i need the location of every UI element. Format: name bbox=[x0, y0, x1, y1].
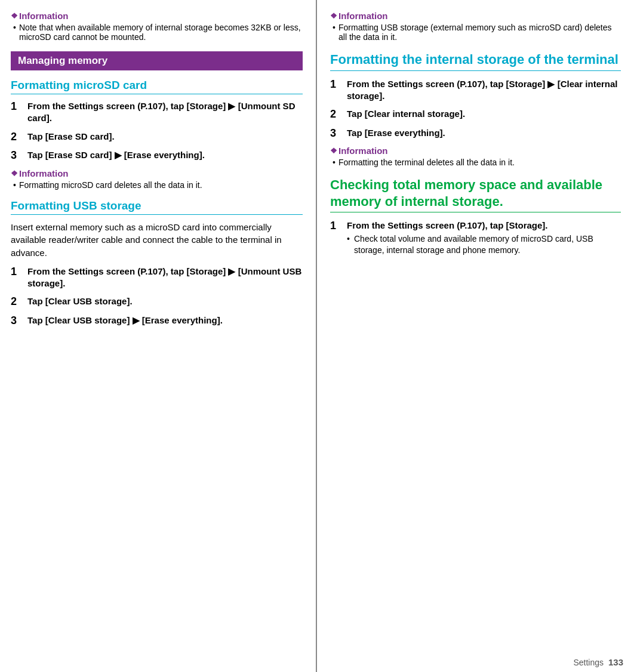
step-check-1: 1 From the Settings screen (P.107), tap … bbox=[330, 220, 621, 256]
step-num-usb-2: 2 bbox=[11, 295, 27, 309]
step-text-check-1: From the Settings screen (P.107), tap [S… bbox=[347, 220, 621, 256]
step-microsd-1: 1 From the Settings screen (P.107), tap … bbox=[11, 100, 303, 125]
right-info-bullets-internal: Formatting the terminal deletes all the … bbox=[333, 158, 621, 167]
heading-formatting-internal: Formatting the internal storage of the t… bbox=[330, 51, 621, 71]
footer: Settings 133 bbox=[317, 652, 634, 672]
step-text-usb-2: Tap [Clear USB storage]. bbox=[27, 295, 133, 307]
right-info-bullet-internal-1: Formatting the terminal deletes all the … bbox=[333, 158, 621, 167]
left-info-title-1: Information bbox=[11, 11, 303, 21]
step-num-internal-3: 3 bbox=[330, 127, 347, 140]
subsection-formatting-microsd: Formatting microSD card bbox=[11, 79, 303, 94]
left-info-bullets-microsd: Formatting microSD card deletes all the … bbox=[13, 180, 303, 190]
step-num-microsd-2: 2 bbox=[11, 131, 27, 144]
step-microsd-3: 3 Tap [Erase SD card] ▶ [Erase everythin… bbox=[11, 149, 303, 162]
step-text-microsd-1: From the Settings screen (P.107), tap [S… bbox=[27, 100, 303, 125]
right-info-title-internal: Information bbox=[330, 146, 621, 156]
step-usb-2: 2 Tap [Clear USB storage]. bbox=[11, 295, 303, 309]
step-text-internal-3: Tap [Erase everything]. bbox=[347, 127, 445, 139]
right-info-block-1: Information Formatting USB storage (exte… bbox=[330, 11, 621, 42]
section-header-managing-memory: Managing memory bbox=[11, 51, 303, 70]
step-internal-1: 1 From the Settings screen (P.107), tap … bbox=[330, 78, 621, 103]
step-num-usb-1: 1 bbox=[11, 266, 27, 279]
step-num-internal-2: 2 bbox=[330, 108, 347, 121]
left-column: Information Note that when available mem… bbox=[0, 0, 317, 672]
left-info-bullet-microsd-1: Formatting microSD card deletes all the … bbox=[13, 180, 303, 190]
subsection-formatting-usb: Formatting USB storage bbox=[11, 199, 303, 215]
step-num-check-1: 1 bbox=[330, 220, 347, 233]
step-num-microsd-3: 3 bbox=[11, 149, 27, 162]
step-text-usb-1: From the Settings screen (P.107), tap [S… bbox=[27, 266, 303, 290]
step-text-internal-1: From the Settings screen (P.107), tap [S… bbox=[347, 78, 621, 103]
step-usb-1: 1 From the Settings screen (P.107), tap … bbox=[11, 266, 303, 290]
step-text-internal-2: Tap [Clear internal storage]. bbox=[347, 108, 465, 120]
right-info-block-internal: Information Formatting the terminal dele… bbox=[330, 146, 621, 167]
right-info-title-1: Information bbox=[330, 11, 621, 21]
right-info-bullets-1: Formatting USB storage (external memory … bbox=[333, 23, 621, 42]
step-internal-3: 3 Tap [Erase everything]. bbox=[330, 127, 621, 140]
heading-checking-memory: Checking total memory space and availabl… bbox=[330, 177, 621, 212]
right-info-bullet-1-1: Formatting USB storage (external memory … bbox=[333, 23, 621, 42]
step-text-usb-3: Tap [Clear USB storage] ▶ [Erase everyth… bbox=[27, 315, 223, 326]
footer-page: 133 bbox=[608, 657, 623, 667]
step-check-1-sub-1: Check total volume and available memory … bbox=[347, 233, 621, 256]
left-info-title-microsd: Information bbox=[11, 168, 303, 178]
left-info-block-1: Information Note that when available mem… bbox=[11, 11, 303, 42]
page-container: Information Note that when available mem… bbox=[0, 0, 634, 672]
step-text-microsd-2: Tap [Erase SD card]. bbox=[27, 131, 115, 143]
step-text-microsd-3: Tap [Erase SD card] ▶ [Erase everything]… bbox=[27, 149, 205, 161]
footer-label: Settings bbox=[573, 658, 604, 667]
left-info-block-microsd: Information Formatting microSD card dele… bbox=[11, 168, 303, 190]
usb-intro-text: Insert external memory such as a microSD… bbox=[11, 221, 303, 260]
left-info-bullet-1-1: Note that when available memory of inter… bbox=[13, 23, 303, 42]
step-num-microsd-1: 1 bbox=[11, 100, 27, 113]
right-column: Information Formatting USB storage (exte… bbox=[317, 0, 634, 672]
step-num-usb-3: 3 bbox=[11, 315, 27, 328]
step-internal-2: 2 Tap [Clear internal storage]. bbox=[330, 108, 621, 121]
step-usb-3: 3 Tap [Clear USB storage] ▶ [Erase every… bbox=[11, 315, 303, 328]
step-microsd-2: 2 Tap [Erase SD card]. bbox=[11, 131, 303, 144]
left-info-bullets-1: Note that when available memory of inter… bbox=[13, 23, 303, 42]
step-num-internal-1: 1 bbox=[330, 78, 347, 91]
